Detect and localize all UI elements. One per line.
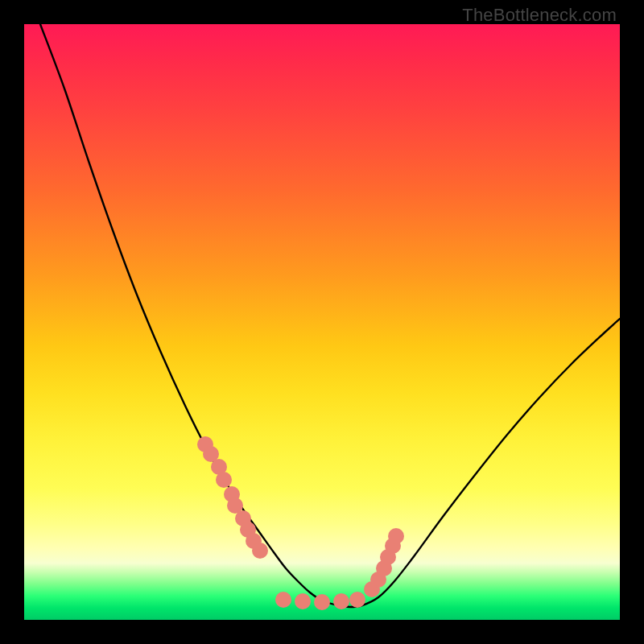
bottleneck-curve-svg — [24, 24, 620, 620]
curve-marker-dot — [314, 594, 330, 610]
curve-marker-dot — [252, 543, 268, 559]
curve-marker-dot — [388, 528, 404, 544]
curve-marker-dot — [295, 593, 311, 609]
curve-marker-dot — [275, 592, 291, 608]
chart-plot-area — [24, 24, 620, 620]
curve-marker-dot — [333, 593, 349, 609]
curve-marker-dot — [216, 472, 232, 488]
curve-marker-dot — [349, 592, 365, 608]
watermark-text: TheBottleneck.com — [462, 5, 617, 26]
bottleneck-curve-path — [40, 24, 620, 607]
